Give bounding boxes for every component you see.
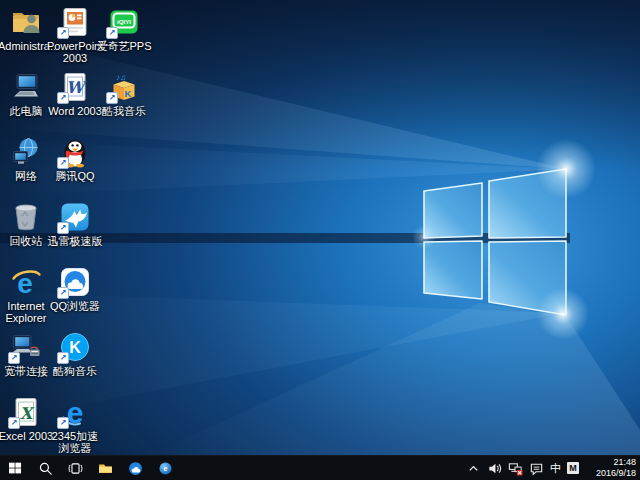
broadband-icon: ↗	[10, 331, 42, 363]
taskbar-buttons	[0, 456, 180, 480]
icon-label: 2345加速浏览器	[47, 430, 103, 455]
shortcut-arrow-icon: ↗	[57, 157, 69, 169]
network-disconnected-icon[interactable]	[508, 461, 523, 476]
sphere2345-icon	[157, 460, 174, 477]
search-button[interactable]	[30, 456, 60, 480]
desktop-screen: iQIYI W K ♪♫	[0, 0, 640, 480]
shortcut-arrow-icon: ↗	[57, 352, 69, 364]
desktop-icon-pc[interactable]: 此电脑	[0, 71, 52, 117]
file-explorer-button[interactable]	[90, 456, 120, 480]
icon-label: 爱奇艺PPS	[96, 40, 152, 52]
volume-icon[interactable]	[487, 461, 502, 476]
desktop-icon-kuwo[interactable]: ↗酷我音乐	[98, 71, 150, 117]
icon-label: Excel 2003	[0, 430, 54, 442]
icon-label: Administra...	[0, 40, 54, 52]
iqiyi-icon: ↗	[108, 6, 140, 38]
action-center-icon[interactable]	[529, 461, 544, 476]
ppt-icon: ↗	[59, 6, 91, 38]
icon-label: 酷我音乐	[96, 105, 152, 117]
clock-date: 2016/9/18	[588, 468, 636, 479]
shortcut-arrow-icon: ↗	[57, 287, 69, 299]
ime-chinese-mode-indicator[interactable]: 中	[550, 463, 561, 474]
desktop-icon-grid: Administra...↗PowerPoint 2003↗爱奇艺PPS此电脑↗…	[0, 0, 180, 455]
qqb-icon	[127, 460, 144, 477]
shortcut-arrow-icon: ↗	[106, 27, 118, 39]
system-tray: 中M	[466, 461, 579, 476]
recycle-icon	[10, 201, 42, 233]
qqbrowser-icon: ↗	[59, 266, 91, 298]
shortcut-arrow-icon: ↗	[8, 417, 20, 429]
e2345-icon: ↗	[59, 396, 91, 428]
kuwo-icon: ↗	[108, 71, 140, 103]
desktop-icon-ppt[interactable]: ↗PowerPoint 2003	[49, 6, 101, 65]
kugou-icon: ↗	[59, 331, 91, 363]
desktop-icon-qq[interactable]: ↗腾讯QQ	[49, 136, 101, 182]
start-button[interactable]	[0, 456, 30, 480]
icon-label: 网络	[0, 170, 54, 182]
shortcut-arrow-icon: ↗	[106, 92, 118, 104]
ie-icon	[10, 266, 42, 298]
icon-label: QQ浏览器	[47, 300, 103, 312]
shortcut-arrow-icon: ↗	[57, 92, 69, 104]
icon-label: Internet Explorer	[0, 300, 54, 325]
network-icon	[10, 136, 42, 168]
desktop-icon-broadband[interactable]: ↗宽带连接	[0, 331, 52, 377]
desktop-icon-iqiyi[interactable]: ↗爱奇艺PPS	[98, 6, 150, 52]
desktop-icon-qqbrowser[interactable]: ↗QQ浏览器	[49, 266, 101, 312]
icon-label: Word 2003	[47, 105, 103, 117]
icon-label: 此电脑	[0, 105, 54, 117]
icon-label: 酷狗音乐	[47, 365, 103, 377]
2345-browser-taskbar-button[interactable]	[150, 456, 180, 480]
icon-label: 腾讯QQ	[47, 170, 103, 182]
icon-label: 宽带连接	[0, 365, 54, 377]
desktop-icon-thunder[interactable]: ↗迅雷极速版	[49, 201, 101, 247]
desktop-icon-admin[interactable]: Administra...	[0, 6, 52, 52]
task-view-button[interactable]	[60, 456, 90, 480]
icon-label: 迅雷极速版	[47, 235, 103, 247]
ime-language-badge[interactable]: M	[567, 462, 579, 474]
shortcut-arrow-icon: ↗	[57, 222, 69, 234]
search-icon	[37, 460, 54, 477]
pc-icon	[10, 71, 42, 103]
shortcut-arrow-icon: ↗	[8, 352, 20, 364]
shortcut-arrow-icon: ↗	[57, 417, 69, 429]
desktop-icon-kugou[interactable]: ↗酷狗音乐	[49, 331, 101, 377]
taskbar-clock[interactable]: 21:48 2016/9/18	[584, 457, 640, 479]
desktop-icon-recycle[interactable]: 回收站	[0, 201, 52, 247]
taskbar: 中M 21:48 2016/9/18	[0, 455, 640, 480]
desktop-icon-excel[interactable]: ↗Excel 2003	[0, 396, 52, 442]
start-icon	[7, 460, 23, 476]
explorer-icon	[97, 460, 114, 477]
taskview-icon	[67, 460, 84, 477]
qq-icon: ↗	[59, 136, 91, 168]
icon-label: PowerPoint 2003	[47, 40, 103, 65]
show-hidden-icons-button[interactable]	[466, 461, 481, 476]
thunder-icon: ↗	[59, 201, 91, 233]
qq-browser-taskbar-button[interactable]	[120, 456, 150, 480]
word-icon: ↗	[59, 71, 91, 103]
desktop-icon-ie[interactable]: Internet Explorer	[0, 266, 52, 325]
icon-label: 回收站	[0, 235, 54, 247]
excel-icon: ↗	[10, 396, 42, 428]
admin-icon	[10, 6, 42, 38]
desktop-icon-e2345[interactable]: ↗2345加速浏览器	[49, 396, 101, 455]
clock-time: 21:48	[588, 457, 636, 468]
desktop-icon-word[interactable]: ↗Word 2003	[49, 71, 101, 117]
desktop-icon-network[interactable]: 网络	[0, 136, 52, 182]
shortcut-arrow-icon: ↗	[57, 27, 69, 39]
